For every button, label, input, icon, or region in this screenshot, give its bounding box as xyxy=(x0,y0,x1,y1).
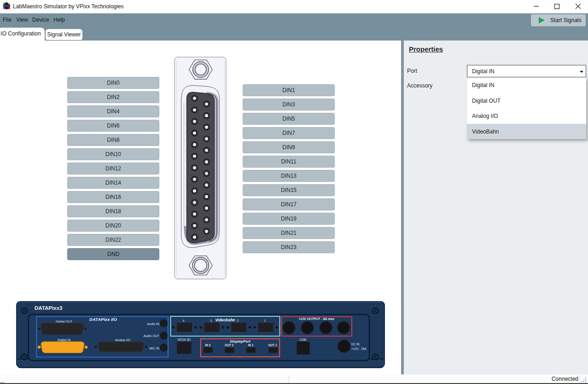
svg-text:+12V OUTPUT - 9A max: +12V OUTPUT - 9A max xyxy=(298,317,335,320)
svg-text:IN 2: IN 2 xyxy=(205,343,211,347)
svg-text:IN 1: IN 1 xyxy=(248,343,254,347)
svg-text:2: 2 xyxy=(237,319,239,322)
svg-text:OUT 1: OUT 1 xyxy=(268,343,277,347)
svg-text:Analog I/O: Analog I/O xyxy=(115,338,131,342)
svg-text:DC IN: DC IN xyxy=(351,343,360,346)
svg-text:MIC IN: MIC IN xyxy=(149,347,159,350)
svg-text:OUT 2: OUT 2 xyxy=(225,343,234,347)
svg-text:4: 4 xyxy=(183,319,185,322)
svg-text:Audio IN: Audio IN xyxy=(147,322,159,326)
svg-text:+12V - 15A: +12V - 15A xyxy=(351,347,367,350)
svg-text:USB: USB xyxy=(300,338,307,341)
svg-text:1: 1 xyxy=(264,319,266,322)
svg-text:DATAPixx3: DATAPixx3 xyxy=(35,305,62,311)
svg-text:Audio OUT: Audio OUT xyxy=(143,334,159,337)
svg-text:Digital IN: Digital IN xyxy=(58,338,70,342)
svg-text:3: 3 xyxy=(210,319,212,322)
svg-text:DATAPixx I/O: DATAPixx I/O xyxy=(89,317,117,322)
svg-text:Videobahn: Videobahn xyxy=(215,318,235,322)
svg-text:VESA 3D: VESA 3D xyxy=(177,338,191,341)
svg-text:Sim: Sim xyxy=(4,4,10,7)
